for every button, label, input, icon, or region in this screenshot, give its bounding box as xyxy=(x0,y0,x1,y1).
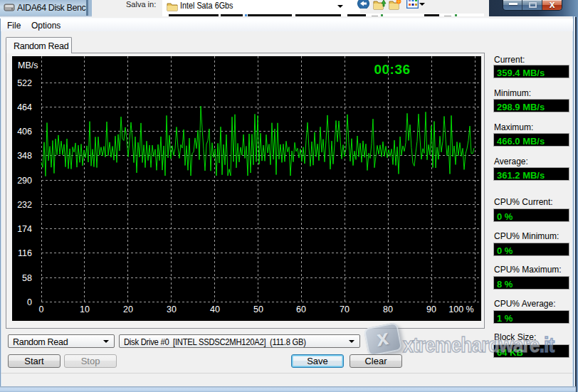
svg-text:30: 30 xyxy=(167,304,177,314)
svg-text:348: 348 xyxy=(17,151,32,161)
svg-text:290: 290 xyxy=(17,176,32,186)
svg-text:20: 20 xyxy=(123,304,133,314)
svg-text:10: 10 xyxy=(80,304,90,314)
svg-text:100 %: 100 % xyxy=(448,304,473,314)
svg-text:232: 232 xyxy=(17,200,32,210)
svg-text:0: 0 xyxy=(39,304,44,314)
svg-text:58: 58 xyxy=(22,273,32,283)
svg-text:90: 90 xyxy=(426,304,436,314)
svg-text:116: 116 xyxy=(18,248,32,258)
svg-text:60: 60 xyxy=(296,304,306,314)
svg-text:MB/s: MB/s xyxy=(18,60,38,70)
svg-text:406: 406 xyxy=(17,127,32,137)
svg-text:522: 522 xyxy=(17,78,32,88)
svg-text:174: 174 xyxy=(17,224,32,234)
svg-text:70: 70 xyxy=(340,304,350,314)
svg-text:0: 0 xyxy=(27,297,32,307)
svg-text:50: 50 xyxy=(253,304,263,314)
svg-text:80: 80 xyxy=(383,304,393,314)
svg-text:00:36: 00:36 xyxy=(374,62,410,77)
svg-text:464: 464 xyxy=(17,102,32,112)
svg-text:40: 40 xyxy=(210,304,220,314)
